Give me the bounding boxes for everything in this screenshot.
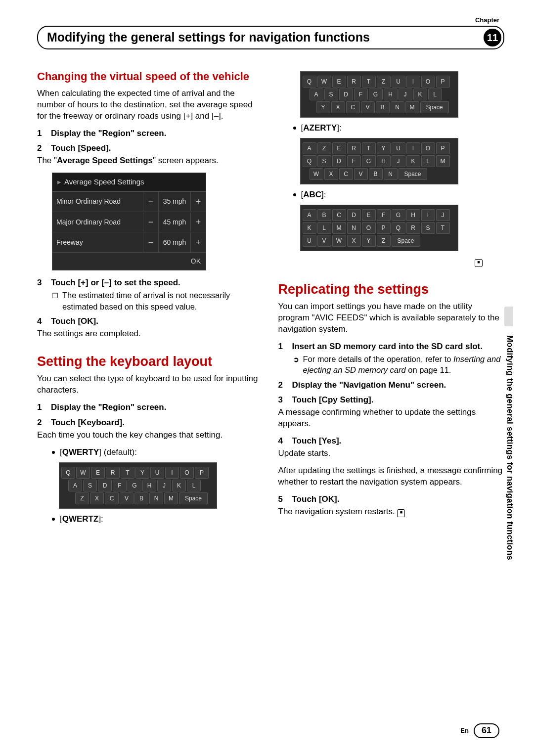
keyboard-key[interactable]: J — [436, 209, 450, 221]
keyboard-key[interactable]: X — [347, 235, 361, 247]
keyboard-key[interactable]: O — [421, 76, 435, 88]
keyboard-key[interactable]: I — [406, 76, 420, 88]
keyboard-key[interactable]: L — [421, 155, 435, 167]
keyboard-key[interactable]: V — [354, 168, 368, 180]
keyboard-key[interactable]: X — [90, 492, 104, 504]
keyboard-key[interactable]: Space — [420, 101, 449, 113]
keyboard-key[interactable]: X — [324, 168, 338, 180]
keyboard-key[interactable]: T — [121, 467, 134, 479]
keyboard-key[interactable]: Q — [61, 467, 75, 479]
keyboard-key[interactable]: W — [317, 76, 331, 88]
keyboard-key[interactable]: C — [339, 168, 353, 180]
keyboard-key[interactable]: Space — [399, 168, 427, 180]
keyboard-key[interactable]: C — [332, 209, 346, 221]
keyboard-key[interactable]: Space — [392, 235, 420, 247]
keyboard-key[interactable]: Z — [75, 492, 89, 504]
keyboard-key[interactable]: P — [436, 76, 450, 88]
keyboard-key[interactable]: S — [83, 480, 97, 491]
keyboard-key[interactable]: G — [362, 155, 376, 167]
keyboard-key[interactable]: Z — [317, 142, 331, 154]
keyboard-key[interactable]: N — [384, 168, 398, 180]
plus-button[interactable]: + — [191, 212, 206, 232]
plus-button[interactable]: + — [191, 232, 206, 252]
minus-button[interactable]: − — [143, 232, 159, 252]
keyboard-key[interactable]: E — [362, 209, 376, 221]
keyboard-key[interactable]: N — [347, 222, 361, 234]
keyboard-key[interactable]: J — [399, 89, 412, 100]
keyboard-key[interactable]: B — [376, 101, 390, 113]
keyboard-key[interactable]: M — [405, 101, 419, 113]
keyboard-key[interactable]: R — [106, 467, 120, 479]
keyboard-key[interactable]: E — [332, 76, 346, 88]
keyboard-key[interactable]: D — [98, 480, 112, 491]
keyboard-key[interactable]: T — [362, 142, 376, 154]
keyboard-key[interactable]: K — [413, 89, 427, 100]
keyboard-key[interactable]: Q — [392, 222, 405, 234]
keyboard-key[interactable]: M — [436, 155, 450, 167]
keyboard-key[interactable]: N — [149, 492, 163, 504]
keyboard-key[interactable]: E — [332, 142, 346, 154]
keyboard-key[interactable]: A — [68, 480, 82, 491]
keyboard-key[interactable]: I — [406, 142, 420, 154]
keyboard-key[interactable]: B — [369, 168, 383, 180]
keyboard-key[interactable]: U — [303, 235, 316, 247]
keyboard-key[interactable]: C — [105, 492, 119, 504]
keyboard-key[interactable]: W — [310, 168, 323, 180]
keyboard-key[interactable]: K — [406, 155, 420, 167]
keyboard-key[interactable]: D — [332, 155, 346, 167]
keyboard-key[interactable]: G — [369, 89, 383, 100]
keyboard-key[interactable]: Y — [135, 467, 149, 479]
keyboard-key[interactable]: Y — [362, 235, 376, 247]
keyboard-key[interactable]: B — [317, 209, 331, 221]
keyboard-key[interactable]: P — [377, 222, 391, 234]
keyboard-key[interactable]: O — [421, 142, 435, 154]
keyboard-key[interactable]: L — [187, 480, 201, 491]
keyboard-key[interactable]: W — [332, 235, 346, 247]
keyboard-key[interactable]: F — [354, 89, 368, 100]
keyboard-key[interactable]: T — [362, 76, 376, 88]
keyboard-key[interactable]: R — [347, 142, 361, 154]
minus-button[interactable]: − — [143, 192, 159, 212]
keyboard-key[interactable]: M — [164, 492, 178, 504]
keyboard-key[interactable]: I — [165, 467, 179, 479]
keyboard-key[interactable]: G — [128, 480, 141, 491]
keyboard-key[interactable]: S — [317, 155, 331, 167]
keyboard-key[interactable]: K — [172, 480, 186, 491]
keyboard-key[interactable]: J — [392, 155, 405, 167]
keyboard-key[interactable]: O — [362, 222, 376, 234]
keyboard-key[interactable]: Q — [303, 155, 316, 167]
keyboard-key[interactable]: L — [317, 222, 331, 234]
keyboard-key[interactable]: Q — [303, 76, 316, 88]
keyboard-key[interactable]: F — [377, 209, 391, 221]
keyboard-key[interactable]: S — [324, 89, 338, 100]
keyboard-key[interactable]: V — [361, 101, 375, 113]
keyboard-key[interactable]: E — [91, 467, 105, 479]
keyboard-key[interactable]: O — [180, 467, 194, 479]
keyboard-key[interactable]: H — [142, 480, 156, 491]
keyboard-key[interactable]: K — [303, 222, 316, 234]
keyboard-key[interactable]: H — [384, 89, 398, 100]
keyboard-key[interactable]: G — [392, 209, 405, 221]
keyboard-key[interactable]: D — [347, 209, 361, 221]
keyboard-key[interactable]: Y — [316, 101, 330, 113]
keyboard-key[interactable]: Z — [377, 235, 391, 247]
keyboard-key[interactable]: T — [436, 222, 450, 234]
keyboard-key[interactable]: U — [392, 76, 405, 88]
keyboard-key[interactable]: R — [347, 76, 361, 88]
keyboard-key[interactable]: H — [377, 155, 391, 167]
keyboard-key[interactable]: L — [428, 89, 442, 100]
plus-button[interactable]: + — [191, 192, 206, 212]
keyboard-key[interactable]: C — [346, 101, 360, 113]
keyboard-key[interactable]: B — [134, 492, 148, 504]
keyboard-key[interactable]: V — [120, 492, 134, 504]
keyboard-key[interactable]: U — [150, 467, 164, 479]
keyboard-key[interactable]: Y — [377, 142, 391, 154]
keyboard-key[interactable]: W — [76, 467, 90, 479]
keyboard-key[interactable]: M — [332, 222, 346, 234]
keyboard-key[interactable]: S — [421, 222, 435, 234]
keyboard-key[interactable]: J — [157, 480, 171, 491]
keyboard-key[interactable]: F — [347, 155, 361, 167]
keyboard-key[interactable]: U — [392, 142, 405, 154]
keyboard-key[interactable]: Z — [377, 76, 391, 88]
keyboard-key[interactable]: R — [406, 222, 420, 234]
